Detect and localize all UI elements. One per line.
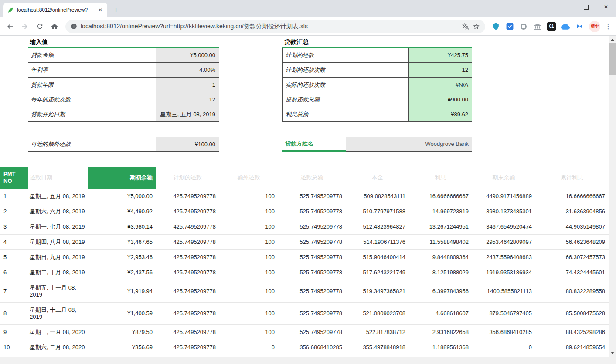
table-cell: 425.7495209778 [156,325,219,340]
zero-one-badge-extension-icon[interactable]: 01 [546,21,557,32]
table-cell: ¥3,980.14 [88,219,156,234]
loan-summary-section: 贷款汇总 计划的还款¥425.75计划的还款次数12实际的还款次数#N/A提前还… [282,37,472,122]
cloud-extension-icon[interactable] [560,21,571,32]
table-cell: 6 [0,265,28,280]
schedule-header-cell: 还款总额 [278,167,346,189]
table-cell: 星期二, 十月 08, 2019 [28,265,88,280]
table-row: 7星期五, 十一月 08, 2019¥1,919.94425.749520977… [0,280,609,303]
table-cell: 100 [219,219,278,234]
table-cell: 星期五, 十一月 08, 2019 [28,280,88,302]
table-cell: 星期三, 一月 08, 2020 [28,325,88,340]
bank-extension-icon[interactable] [532,21,543,32]
table-cell: 100 [219,204,278,219]
butterfly-extension-icon[interactable] [574,21,585,32]
summary-row-value: 12 [408,63,472,77]
window-controls: ✕ [556,0,616,14]
table-cell: 1.1889561368 [409,340,472,355]
input-row-value: 4.00% [156,63,219,77]
table-row: 8星期日, 十二月 08, 2019¥1,400.59425.749520977… [0,303,609,325]
schedule-header-row: PMT NO还款日期期初余额计划的还款额外还款还款总额本金利息期末余额累计利息 [0,167,609,189]
blue-square-extension-icon[interactable] [504,21,515,32]
table-cell: 425.7495209778 [156,265,219,280]
input-row-value: 1 [156,78,219,92]
summary-row: 实际的还款次数#N/A [282,78,472,92]
home-button[interactable] [48,20,61,34]
table-cell: 100 [219,325,278,340]
window-minimize-button[interactable] [556,0,576,14]
table-cell: 2.9316822658 [409,325,472,340]
reload-button[interactable] [33,20,47,34]
schedule-header-cell: 累计利息 [535,167,609,189]
page-info-icon[interactable] [71,23,77,30]
address-bar[interactable]: localhost:8012/onlinePreview?url=http://… [65,20,485,33]
bookmark-star-icon[interactable] [473,23,480,30]
table-row: 5星期日, 九月 08, 2019¥2,953.46425.7495209778… [0,250,609,265]
summary-section-title: 贷款汇总 [282,37,472,47]
window-close-button[interactable]: ✕ [596,0,616,14]
input-row-value: ¥5,000.00 [156,48,219,62]
table-cell: 512.4823964827 [346,219,409,234]
input-section-title: 输入值 [28,37,219,47]
input-row: 贷款开始日期星期三, 五月 08, 2019 [28,107,219,122]
table-cell: 星期日, 十二月 08, 2019 [28,303,88,324]
table-cell: 14.969723819 [409,204,472,219]
vertical-scroll-thumb[interactable] [609,43,616,75]
table-cell: 355.4978848918 [346,340,409,355]
tab-close-icon[interactable]: ✕ [97,7,104,13]
table-cell: 星期四, 八月 08, 2019 [28,235,88,249]
schedule-header-cell: 计划的还款 [156,167,219,189]
table-cell: 85.5008475628 [535,303,609,324]
home-icon [51,23,58,30]
shield-extension-icon[interactable] [490,21,501,32]
summary-row-value: ¥425.75 [408,48,472,62]
input-rows: 贷款金额¥5,000.00年利率4.00%贷款年限1每年的还款次数12贷款开始日… [28,48,219,122]
extra-payment-value: ¥100.00 [156,137,219,151]
table-cell: 5 [0,250,28,265]
summary-row-value: ¥900.00 [408,92,472,107]
translate-icon[interactable] [462,23,469,30]
table-cell: 1 [0,189,28,204]
window-maximize-button[interactable] [576,0,596,14]
table-row: 3星期一, 七月 08, 2019¥3,980.14425.7495209778… [0,219,609,235]
table-cell: 8.1251988029 [409,265,472,280]
table-cell: 525.7495209778 [278,280,346,302]
input-row-label: 贷款金额 [28,48,156,62]
table-cell: 9 [0,325,28,340]
gray-ring-extension-icon[interactable] [518,21,529,32]
table-row: 10星期六, 二月 08, 2020¥356.69425.74952097780… [0,340,609,355]
table-cell: ¥356.69 [88,340,156,355]
table-cell: ¥4,490.92 [88,204,156,219]
input-row-label: 贷款年限 [28,78,156,92]
tab-favicon-leaf-icon [7,7,14,13]
table-cell: ¥2,437.56 [88,265,156,280]
scroll-down-button[interactable] [609,349,616,357]
summary-row-label: 提前还款总额 [283,92,408,107]
input-values-section: 输入值 贷款金额¥5,000.00年利率4.00%贷款年限1每年的还款次数12贷… [28,37,219,122]
back-button[interactable] [3,20,17,34]
horizontal-scrollbar[interactable] [0,357,609,364]
table-row: 6星期二, 十月 08, 2019¥2,437.56425.7495209778… [0,265,609,280]
table-cell: 425.7495209778 [156,340,219,355]
table-row: 2星期六, 六月 08, 2019¥4,490.92425.7495209778… [0,204,609,219]
vertical-scrollbar[interactable] [609,36,616,357]
scroll-down-arrow-icon [611,352,614,354]
summary-row: 利息总额¥89.62 [282,107,472,122]
browser-window: { "theme": { "accent_green": "#2aa158", … [0,0,616,364]
profile-avatar[interactable]: 精华 [589,21,600,32]
scrollbar-corner [609,357,616,364]
table-cell: ¥3,467.65 [88,235,156,249]
table-cell: 100 [219,265,278,280]
browser-toolbar: localhost:8012/onlinePreview?url=http://… [0,17,616,36]
table-cell: 425.7495209778 [156,204,219,219]
extra-payment-row: 可选的额外还款 ¥100.00 [28,137,219,152]
browser-tab[interactable]: localhost:8012/onlinePreview? ✕ [3,3,107,17]
scroll-up-button[interactable] [609,36,616,44]
schedule-header-cell: 期末余额 [472,167,535,189]
new-tab-button[interactable]: + [110,4,122,16]
table-cell: 425.7495209778 [156,303,219,324]
table-row: 1星期三, 五月 08, 2019¥5,000.00425.7495209778… [0,189,609,204]
forward-button[interactable] [18,20,32,34]
browser-menu-icon[interactable]: ⋮ [603,21,613,32]
table-cell: 514.1906711376 [346,235,409,249]
table-cell: 0 [472,340,535,355]
